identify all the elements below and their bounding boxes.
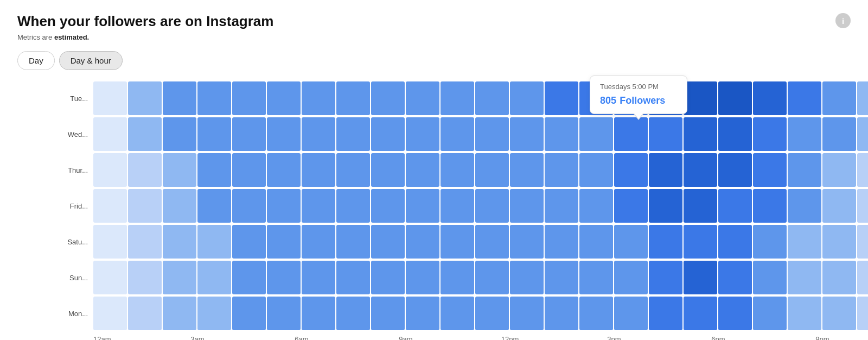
heatmap-cell[interactable] [232, 189, 266, 223]
heatmap-cell[interactable] [128, 297, 162, 330]
heatmap-cell[interactable] [197, 261, 231, 294]
heatmap-cell[interactable] [684, 81, 717, 115]
heatmap-cell[interactable] [441, 225, 474, 259]
heatmap-cell[interactable] [406, 81, 439, 115]
heatmap-cell[interactable] [649, 117, 682, 151]
heatmap-cell[interactable] [684, 225, 717, 259]
heatmap-cell[interactable] [753, 153, 787, 187]
heatmap-cell[interactable] [788, 225, 821, 259]
heatmap-cell[interactable] [163, 117, 196, 151]
heatmap-cell[interactable] [614, 225, 648, 259]
heatmap-cell[interactable] [545, 117, 578, 151]
heatmap-cell[interactable] [857, 153, 868, 187]
heatmap-cell[interactable] [475, 189, 509, 223]
heatmap-cell[interactable] [336, 261, 370, 294]
heatmap-cell[interactable] [93, 153, 127, 187]
heatmap-cell[interactable] [441, 189, 474, 223]
heatmap-cell[interactable] [579, 153, 613, 187]
heatmap-cell[interactable] [545, 225, 578, 259]
heatmap-cell[interactable] [614, 117, 648, 151]
heatmap-cell[interactable] [267, 153, 301, 187]
heatmap-cell[interactable] [475, 225, 509, 259]
heatmap-cell[interactable] [788, 81, 821, 115]
heatmap-cell[interactable] [163, 261, 196, 294]
heatmap-cell[interactable] [371, 261, 405, 294]
heatmap-cell[interactable] [267, 117, 301, 151]
heatmap-cell[interactable] [302, 297, 335, 330]
heatmap-cell[interactable] [163, 81, 196, 115]
heatmap-cell[interactable] [232, 153, 266, 187]
heatmap-cell[interactable] [128, 225, 162, 259]
heatmap-cell[interactable] [718, 117, 752, 151]
heatmap-cell[interactable] [267, 225, 301, 259]
heatmap-cell[interactable] [441, 153, 474, 187]
heatmap-cell[interactable] [718, 261, 752, 294]
heatmap-cell[interactable] [128, 117, 162, 151]
heatmap-cell[interactable] [614, 189, 648, 223]
day-and-hour-button[interactable]: Day & hour [59, 51, 123, 70]
heatmap-cell[interactable] [197, 153, 231, 187]
heatmap-cell[interactable] [232, 81, 266, 115]
heatmap-cell[interactable] [197, 81, 231, 115]
heatmap-cell[interactable] [475, 297, 509, 330]
heatmap-cell[interactable] [822, 81, 856, 115]
heatmap-cell[interactable] [649, 297, 682, 330]
day-button[interactable]: Day [17, 51, 55, 70]
heatmap-cell[interactable] [336, 297, 370, 330]
heatmap-cell[interactable] [371, 117, 405, 151]
heatmap-cell[interactable] [614, 261, 648, 294]
heatmap-cell[interactable] [822, 117, 856, 151]
heatmap-cell[interactable] [510, 81, 544, 115]
heatmap-cell[interactable] [822, 153, 856, 187]
heatmap-cell[interactable] [336, 153, 370, 187]
heatmap-cell[interactable] [475, 261, 509, 294]
heatmap-cell[interactable] [510, 153, 544, 187]
heatmap-cell[interactable] [163, 297, 196, 330]
heatmap-cell[interactable] [510, 261, 544, 294]
heatmap-cell[interactable] [302, 225, 335, 259]
heatmap-cell[interactable] [302, 117, 335, 151]
heatmap-cell[interactable] [197, 297, 231, 330]
heatmap-cell[interactable] [406, 261, 439, 294]
heatmap-cell[interactable] [649, 261, 682, 294]
heatmap-cell[interactable] [93, 189, 127, 223]
heatmap-cell[interactable] [302, 81, 335, 115]
heatmap-cell[interactable] [753, 261, 787, 294]
heatmap-cell[interactable] [614, 153, 648, 187]
heatmap-cell[interactable] [579, 225, 613, 259]
heatmap-cell[interactable] [545, 297, 578, 330]
heatmap-cell[interactable] [857, 225, 868, 259]
heatmap-cell[interactable] [371, 81, 405, 115]
heatmap-cell[interactable] [857, 189, 868, 223]
heatmap-cell[interactable] [406, 117, 439, 151]
heatmap-cell[interactable] [441, 81, 474, 115]
heatmap-cell[interactable] [406, 225, 439, 259]
heatmap-cell[interactable] [302, 153, 335, 187]
heatmap-cell[interactable] [579, 189, 613, 223]
heatmap-cell[interactable] [753, 81, 787, 115]
heatmap-cell[interactable] [232, 225, 266, 259]
heatmap-cell[interactable] [684, 153, 717, 187]
heatmap-cell[interactable] [232, 117, 266, 151]
heatmap-cell[interactable] [475, 153, 509, 187]
heatmap-cell[interactable] [336, 189, 370, 223]
heatmap-cell[interactable] [579, 297, 613, 330]
heatmap-cell[interactable] [93, 117, 127, 151]
heatmap-cell[interactable] [684, 189, 717, 223]
heatmap-cell[interactable] [371, 297, 405, 330]
heatmap-cell[interactable] [684, 117, 717, 151]
heatmap-cell[interactable] [163, 225, 196, 259]
heatmap-cell[interactable] [267, 189, 301, 223]
heatmap-cell[interactable] [718, 81, 752, 115]
heatmap-cell[interactable] [649, 225, 682, 259]
heatmap-cell[interactable] [545, 81, 578, 115]
heatmap-cell[interactable] [684, 261, 717, 294]
heatmap-cell[interactable] [822, 225, 856, 259]
heatmap-cell[interactable] [336, 117, 370, 151]
heatmap-cell[interactable] [232, 297, 266, 330]
heatmap-cell[interactable] [788, 117, 821, 151]
heatmap-cell[interactable] [267, 261, 301, 294]
heatmap-cell[interactable] [545, 153, 578, 187]
heatmap-cell[interactable] [822, 297, 856, 330]
heatmap-cell[interactable] [510, 225, 544, 259]
